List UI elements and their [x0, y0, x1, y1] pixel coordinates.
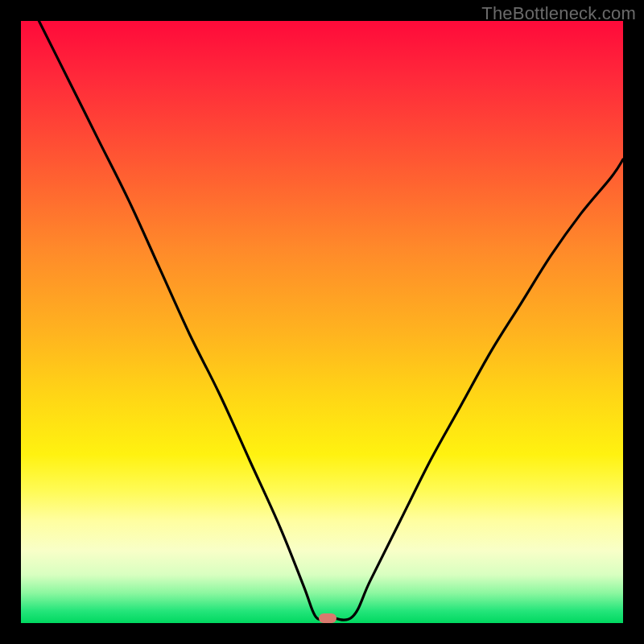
- chart-frame: TheBottleneck.com: [0, 0, 644, 644]
- optimal-marker: [319, 613, 336, 623]
- bottleneck-curve: [21, 21, 623, 623]
- watermark-text: TheBottleneck.com: [481, 3, 636, 24]
